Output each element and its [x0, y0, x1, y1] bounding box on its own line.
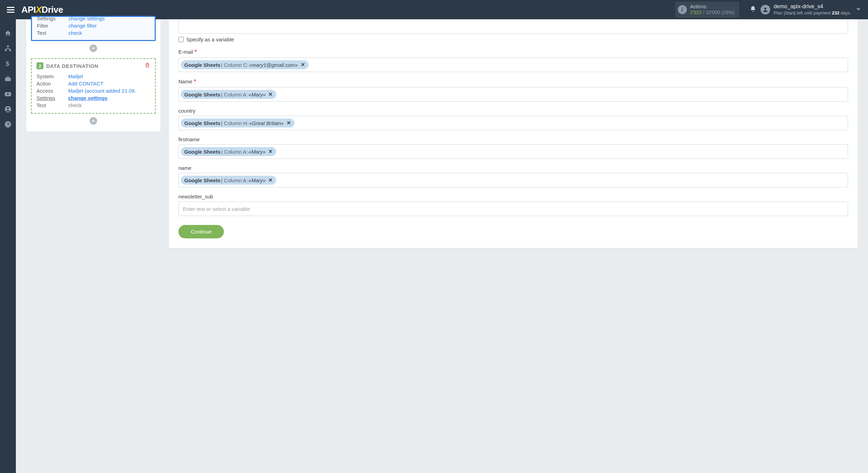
youtube-icon[interactable]: [4, 90, 12, 98]
data-destination-card: 2 DATA DESTINATION SystemMailjetActionAd…: [31, 58, 156, 114]
row-link[interactable]: Mailjet (account added 21.09.: [68, 88, 136, 94]
step-badge: 2: [37, 62, 43, 69]
variable-tag[interactable]: Google Sheets | Column A: «Mary»✕: [181, 147, 276, 156]
specify-variable-checkbox[interactable]: [178, 37, 184, 42]
left-sidebar: $ ?: [0, 19, 16, 473]
actions-counter[interactable]: i Actions: 2'922 / 10'000 (29%): [675, 2, 739, 18]
field-label: country: [178, 108, 848, 114]
tag-value: «Mary»: [248, 149, 266, 155]
row-link[interactable]: Mailjet: [68, 73, 83, 79]
tag-input[interactable]: Google Sheets | Column A: «Mary»✕: [178, 173, 848, 187]
row-label: System: [37, 73, 68, 79]
info-icon: i: [678, 5, 687, 14]
bell-icon[interactable]: [750, 6, 756, 14]
row-value[interactable]: check: [69, 30, 82, 36]
remove-tag-icon[interactable]: ✕: [268, 91, 273, 97]
variable-tag[interactable]: Google Sheets | Column A: «Mary»✕: [181, 176, 276, 185]
field-label: E-mail *: [178, 49, 848, 55]
tag-value: «Mary»: [248, 177, 266, 183]
actions-label: Actions:: [690, 4, 734, 10]
row-label: Test: [37, 30, 69, 36]
logo-drive: Drive: [42, 4, 63, 15]
svg-rect-1: [7, 45, 9, 47]
user-avatar-icon: [761, 5, 770, 14]
tag-input[interactable]: Google Sheets | Column H: «Great Britain…: [178, 116, 848, 130]
tag-source: Google Sheets: [184, 62, 220, 68]
remove-tag-icon[interactable]: ✕: [268, 148, 273, 155]
actions-sep: /: [702, 10, 706, 15]
variable-tag[interactable]: Google Sheets | Column C: «mary1@gmail.c…: [181, 60, 309, 69]
tag-value: «Great Britain»: [249, 120, 284, 126]
hamburger-icon[interactable]: [5, 3, 17, 16]
actions-total: 10'000: [706, 10, 720, 15]
row-link[interactable]: Add CONTACT: [68, 81, 103, 86]
help-icon[interactable]: ?: [4, 121, 12, 128]
actions-count: 2'922: [690, 10, 702, 15]
chevron-down-icon[interactable]: [854, 4, 863, 15]
tag-input[interactable]: Google Sheets | Column A: «Mary»✕: [178, 144, 848, 159]
tag-source: Google Sheets: [184, 177, 220, 183]
tag-source: Google Sheets: [184, 92, 220, 97]
card-row: Testcheck: [37, 102, 150, 109]
actions-text: Actions: 2'922 / 10'000 (29%): [690, 4, 734, 16]
add-step-button[interactable]: +: [90, 44, 97, 52]
tag-value: «mary1@gmail.com»: [249, 62, 298, 68]
card-row: Settingschange settings: [37, 16, 150, 22]
row-value[interactable]: change filter: [69, 23, 97, 29]
tag-source: Google Sheets: [184, 149, 220, 155]
form-group: firstname Google Sheets | Column A: «Mar…: [178, 136, 848, 159]
data-source-card: Settingschange settingsFilterchange filt…: [31, 16, 156, 41]
card-row: Filterchange filter: [37, 22, 150, 29]
svg-text:$: $: [6, 60, 9, 67]
logo[interactable]: APIXDrive: [21, 4, 63, 15]
card-row: Testcheck: [37, 29, 150, 37]
user-plan: Plan |Start| left until payment 232 days: [774, 10, 850, 16]
tag-source: Google Sheets: [184, 120, 220, 126]
row-label: Action: [37, 81, 68, 86]
briefcase-icon[interactable]: [4, 75, 12, 83]
tag-input[interactable]: Google Sheets | Column A: «Mary»✕: [178, 87, 848, 102]
tag-value: «Mary»: [248, 92, 266, 97]
svg-point-8: [7, 107, 9, 110]
row-label: Settings: [37, 16, 69, 21]
variable-tag[interactable]: Google Sheets | Column H: «Great Britain…: [181, 119, 294, 127]
trash-icon[interactable]: [145, 62, 150, 69]
form-group: country Google Sheets | Column H: «Great…: [178, 108, 848, 130]
specify-variable-label: Specify as a variable: [186, 37, 234, 42]
row-value[interactable]: change settings: [69, 16, 105, 21]
svg-text:?: ?: [7, 122, 10, 127]
tag-input[interactable]: Google Sheets | Column C: «mary1@gmail.c…: [178, 58, 848, 72]
row-label: Filter: [37, 23, 69, 29]
home-icon[interactable]: [4, 30, 12, 37]
remove-tag-icon[interactable]: ✕: [268, 177, 273, 183]
row-label: Test: [37, 102, 68, 108]
field-label: name: [178, 165, 848, 171]
svg-rect-2: [5, 50, 7, 51]
row-link[interactable]: change settings: [68, 95, 107, 101]
card-row: AccessMailjet (account added 21.09.: [37, 87, 150, 94]
user-block[interactable]: demo_apix-drive_s4 Plan |Start| left unt…: [761, 3, 854, 16]
required-star: *: [194, 78, 196, 85]
field-label: Name *: [178, 78, 848, 85]
field-input-top[interactable]: [178, 19, 848, 34]
dest-card-title: DATA DESTINATION: [46, 63, 142, 69]
profile-icon[interactable]: [4, 105, 12, 113]
connections-icon[interactable]: [4, 45, 12, 52]
row-label: Settings: [37, 95, 68, 101]
field-label: firstname: [178, 136, 848, 142]
remove-tag-icon[interactable]: ✕: [287, 120, 291, 126]
text-input[interactable]: [178, 202, 848, 216]
logo-x: X: [36, 4, 42, 15]
user-texts: demo_apix-drive_s4 Plan |Start| left unt…: [774, 3, 850, 16]
remove-tag-icon[interactable]: ✕: [301, 62, 305, 68]
logo-api: API: [21, 4, 36, 15]
form-group: Name *Google Sheets | Column A: «Mary»✕: [178, 78, 848, 102]
actions-percent: (29%): [722, 10, 734, 15]
card-row: ActionAdd CONTACT: [37, 80, 150, 87]
add-step-button[interactable]: +: [90, 117, 97, 125]
svg-rect-3: [9, 50, 11, 51]
variable-tag[interactable]: Google Sheets | Column A: «Mary»✕: [181, 90, 276, 99]
continue-button[interactable]: Continue: [178, 225, 224, 238]
right-panel: Specify as a variable E-mail *Google She…: [169, 19, 858, 248]
billing-icon[interactable]: $: [4, 60, 12, 68]
